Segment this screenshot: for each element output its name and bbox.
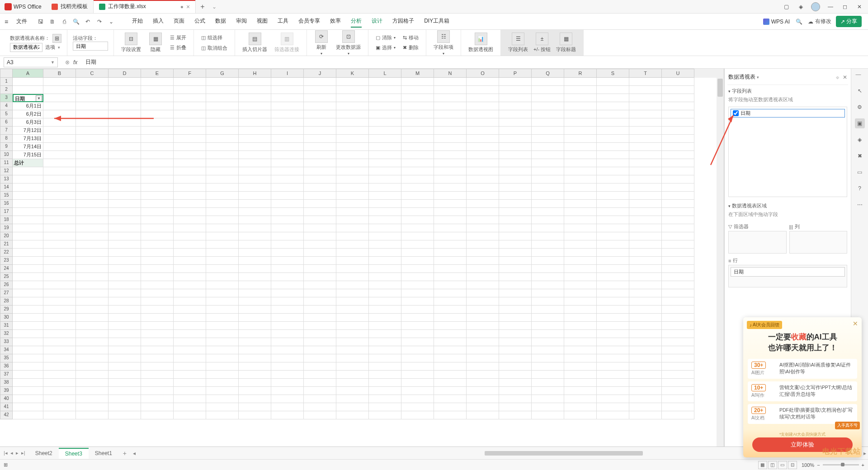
cell-G33[interactable] (206, 338, 239, 346)
cell-R29[interactable] (564, 306, 597, 314)
cell-L13[interactable] (369, 175, 401, 183)
col-header-K[interactable]: K (336, 69, 369, 78)
cell-H9[interactable] (239, 143, 271, 151)
cell-L29[interactable] (369, 306, 401, 314)
col-header-A[interactable]: A (13, 69, 43, 78)
cell-B39[interactable] (43, 387, 76, 395)
cell-O38[interactable] (467, 379, 499, 387)
cell-C33[interactable] (76, 338, 108, 346)
cell-T34[interactable] (629, 346, 662, 354)
cell-O41[interactable] (467, 403, 499, 411)
pivot-icon[interactable]: ⊞ (52, 34, 61, 43)
cell-A7[interactable]: 7月12日 (13, 127, 43, 135)
cell-I10[interactable] (271, 151, 304, 159)
cell-J42[interactable] (304, 411, 336, 419)
cell-L1[interactable] (369, 78, 401, 86)
cell-T20[interactable] (629, 232, 662, 240)
collapse-rail-icon[interactable]: — (856, 71, 864, 80)
cell-J13[interactable] (304, 175, 336, 183)
cell-M1[interactable] (401, 78, 434, 86)
cell-U1[interactable] (662, 78, 694, 86)
cell-K4[interactable] (336, 102, 369, 110)
cell-L28[interactable] (369, 297, 401, 306)
cell-F27[interactable] (174, 289, 206, 297)
cell-U16[interactable] (662, 200, 694, 208)
cell-J9[interactable] (304, 143, 336, 151)
cell-S21[interactable] (597, 240, 629, 249)
cell-F13[interactable] (174, 175, 206, 183)
cell-K1[interactable] (336, 78, 369, 86)
cell-R16[interactable] (564, 200, 597, 208)
cell-Q16[interactable] (532, 200, 564, 208)
row-header-28[interactable]: 28 (0, 297, 13, 306)
cell-S32[interactable] (597, 330, 629, 338)
cell-O34[interactable] (467, 346, 499, 354)
wps-ai-button[interactable]: WPS AI (763, 19, 790, 25)
cell-R6[interactable] (564, 118, 597, 127)
row-header-7[interactable]: 7 (0, 127, 13, 135)
cell-B36[interactable] (43, 362, 76, 371)
cell-P23[interactable] (499, 257, 532, 265)
cell-H2[interactable] (239, 86, 271, 94)
tab-workbook[interactable]: 工作簿数量.xlsx ● × (94, 0, 196, 13)
row-header-38[interactable]: 38 (0, 379, 13, 387)
move-button[interactable]: ⇆移动 (401, 33, 420, 42)
cell-R18[interactable] (564, 216, 597, 224)
cell-K12[interactable] (336, 167, 369, 175)
cell-P6[interactable] (499, 118, 532, 127)
filter-drop-area[interactable] (728, 231, 787, 254)
cell-T29[interactable] (629, 306, 662, 314)
hamburger-icon[interactable]: ≡ (3, 18, 10, 25)
cell-A25[interactable] (13, 273, 43, 281)
cell-B11[interactable] (43, 159, 76, 167)
cell-Q42[interactable] (532, 411, 564, 419)
cell-J29[interactable] (304, 306, 336, 314)
cell-P34[interactable] (499, 346, 532, 354)
cell-D25[interactable] (108, 273, 141, 281)
cell-A9[interactable]: 7月14日 (13, 143, 43, 151)
cell-N2[interactable] (434, 86, 467, 94)
cell-R25[interactable] (564, 273, 597, 281)
reading-view-icon[interactable]: ▭ (778, 461, 787, 469)
cell-T22[interactable] (629, 249, 662, 257)
cell-M37[interactable] (401, 371, 434, 379)
cell-H36[interactable] (239, 362, 271, 371)
cell-A21[interactable] (13, 240, 43, 249)
cell-D4[interactable] (108, 102, 141, 110)
cell-I6[interactable] (271, 118, 304, 127)
cell-U19[interactable] (662, 224, 694, 232)
cell-D14[interactable] (108, 183, 141, 192)
cell-R27[interactable] (564, 289, 597, 297)
cell-M31[interactable] (401, 322, 434, 330)
cell-A18[interactable] (13, 216, 43, 224)
cell-K6[interactable] (336, 118, 369, 127)
cell-C35[interactable] (76, 354, 108, 362)
cell-O33[interactable] (467, 338, 499, 346)
row-header-40[interactable]: 40 (0, 395, 13, 403)
cell-J24[interactable] (304, 265, 336, 273)
cell-A17[interactable] (13, 208, 43, 216)
cell-A33[interactable] (13, 338, 43, 346)
cell-D7[interactable] (108, 127, 141, 135)
cell-M10[interactable] (401, 151, 434, 159)
cell-P29[interactable] (499, 306, 532, 314)
cell-D12[interactable] (108, 167, 141, 175)
clear-button[interactable]: ▢清除▾ (374, 33, 397, 42)
cell-E37[interactable] (141, 371, 174, 379)
row-header-16[interactable]: 16 (0, 200, 13, 208)
cell-N26[interactable] (434, 281, 467, 289)
cell-M38[interactable] (401, 379, 434, 387)
cell-A14[interactable] (13, 183, 43, 192)
cell-L42[interactable] (369, 411, 401, 419)
areas-section-title[interactable]: ▾数据透视表区域 (728, 202, 847, 209)
cell-I4[interactable] (271, 102, 304, 110)
cell-C21[interactable] (76, 240, 108, 249)
cell-U26[interactable] (662, 281, 694, 289)
redo-icon[interactable]: ↷ (96, 18, 103, 25)
cell-I24[interactable] (271, 265, 304, 273)
cell-E28[interactable] (141, 297, 174, 306)
hide-button[interactable]: ▦隐藏 (146, 32, 165, 54)
cell-S37[interactable] (597, 371, 629, 379)
col-header-G[interactable]: G (206, 69, 239, 78)
cell-I21[interactable] (271, 240, 304, 249)
